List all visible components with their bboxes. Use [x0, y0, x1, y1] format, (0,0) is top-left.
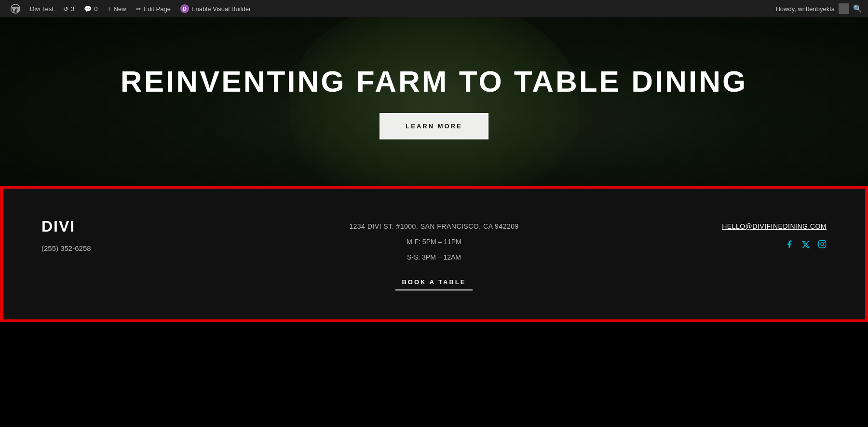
edit-icon: ✏: [136, 5, 141, 13]
site-name-button[interactable]: Divi Test: [25, 0, 58, 17]
edit-page-button[interactable]: ✏ Edit Page: [131, 0, 176, 17]
footer-phone: (255) 352-6258: [41, 244, 297, 252]
instagram-icon[interactable]: [818, 240, 827, 251]
learn-more-button[interactable]: LEARN MORE: [380, 113, 488, 139]
revisions-button[interactable]: ↺ 3: [58, 0, 79, 17]
plus-icon: +: [107, 5, 111, 13]
footer-left-column: DIVI (255) 352-6258: [41, 218, 297, 252]
footer-hours-weekday: M-F: 5PM – 11PM: [407, 238, 461, 246]
x-twitter-icon[interactable]: [801, 240, 810, 251]
enable-visual-builder-button[interactable]: D Enable Visual Builder: [176, 0, 256, 17]
book-table-container: BOOK A TABLE: [395, 278, 473, 290]
new-label: New: [114, 5, 126, 13]
howdy-text: Howdy, writtenbyekta: [775, 5, 835, 13]
divi-icon: D: [180, 4, 189, 13]
footer-email-link[interactable]: HELLO@DIVIFINEDINING.COM: [722, 222, 827, 230]
user-avatar: [839, 3, 849, 14]
search-icon[interactable]: 🔍: [853, 4, 862, 13]
footer: DIVI (255) 352-6258 1234 DIVI ST. #1000,…: [3, 189, 865, 319]
footer-brand: DIVI: [41, 218, 297, 235]
wp-logo-button[interactable]: [6, 0, 25, 17]
footer-right-column: HELLO@DIVIFINEDINING.COM: [571, 218, 827, 251]
book-table-button[interactable]: BOOK A TABLE: [402, 278, 466, 286]
svg-point-1: [821, 243, 824, 246]
new-content-button[interactable]: + New: [102, 0, 131, 17]
book-table-underline: [395, 289, 473, 290]
footer-center-column: 1234 DIVI ST. #1000, SAN FRANCISCO, CA 9…: [306, 218, 561, 290]
svg-rect-0: [818, 241, 826, 248]
footer-hours-weekend: S-S: 3PM – 12AM: [407, 253, 461, 261]
enable-visual-builder-label: Enable Visual Builder: [191, 5, 251, 13]
revisions-count: 3: [71, 5, 74, 13]
footer-social-icons: [785, 240, 827, 251]
comments-count: 0: [94, 5, 97, 13]
admin-bar: Divi Test ↺ 3 💬 0 + New ✏ Edit Page D En…: [0, 0, 868, 17]
footer-wrapper: DIVI (255) 352-6258 1234 DIVI ST. #1000,…: [0, 186, 868, 322]
hero-section: REINVENTING FARM TO TABLE DINING LEARN M…: [0, 17, 868, 186]
comments-icon: 💬: [84, 5, 92, 13]
svg-point-2: [824, 242, 825, 243]
comments-button[interactable]: 💬 0: [79, 0, 102, 17]
footer-address: 1234 DIVI ST. #1000, SAN FRANCISCO, CA 9…: [349, 222, 519, 230]
edit-page-label: Edit Page: [144, 5, 171, 13]
adminbar-right: Howdy, writtenbyekta 🔍: [775, 3, 862, 14]
revisions-icon: ↺: [63, 5, 68, 13]
site-name-label: Divi Test: [30, 5, 54, 13]
facebook-icon[interactable]: [785, 240, 794, 251]
hero-title: REINVENTING FARM TO TABLE DINING: [121, 64, 747, 98]
